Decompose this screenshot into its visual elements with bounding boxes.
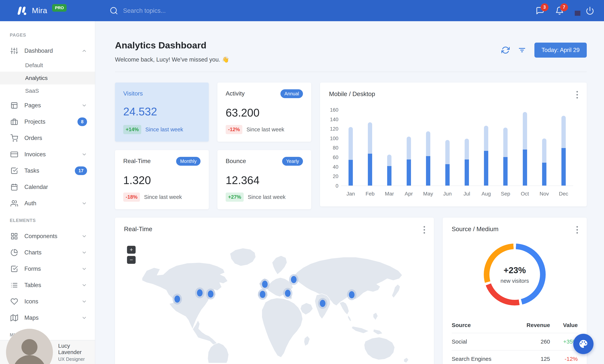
y-axis-tick: 160 bbox=[330, 107, 338, 113]
sidebar-item-tasks[interactable]: Tasks17 bbox=[0, 163, 95, 179]
filter-icon bbox=[518, 46, 526, 54]
sidebar-item-charts[interactable]: Charts bbox=[0, 244, 95, 261]
sidebar-item-label: Tasks bbox=[24, 167, 75, 174]
stat-title: Visitors bbox=[123, 90, 143, 97]
bar-segment-mobile bbox=[503, 157, 508, 186]
x-axis-label: Jan bbox=[341, 191, 360, 197]
cell-revenue: 260 bbox=[510, 333, 550, 350]
bar-segment-mobile bbox=[368, 154, 372, 186]
page-header: Analytics Dashboard Welcome back, Lucy! … bbox=[115, 40, 587, 63]
sidebar-item-tables[interactable]: Tables bbox=[0, 277, 95, 293]
sidebar-item-label: Maps bbox=[24, 314, 81, 321]
sidebar-item-auth[interactable]: Auth bbox=[0, 195, 95, 212]
sidebar-item-pages[interactable]: Pages bbox=[0, 97, 95, 113]
donut-chart: +23% new visitors bbox=[484, 244, 546, 305]
map-marker-5[interactable] bbox=[260, 291, 265, 298]
sidebar-subitem-saas[interactable]: SaaS bbox=[0, 84, 95, 97]
card-menu-button[interactable] bbox=[576, 91, 579, 99]
sidebar-item-label: Calendar bbox=[24, 184, 87, 190]
sidebar-user[interactable]: Lucy Lavender UX Designer bbox=[0, 340, 95, 364]
map-marker-9[interactable] bbox=[349, 291, 354, 298]
column-header-revenue: Revenue bbox=[510, 317, 550, 333]
sidebar-item-label: Auth bbox=[24, 200, 81, 207]
map-zoom-in-button[interactable]: + bbox=[127, 246, 136, 254]
sidebar-item-icons[interactable]: Icons bbox=[0, 293, 95, 310]
theme-settings-fab[interactable] bbox=[573, 334, 593, 354]
bar-dec bbox=[554, 110, 573, 186]
sidebar-item-maps[interactable]: Maps bbox=[0, 310, 95, 326]
sidebar-item-invoices[interactable]: Invoices bbox=[0, 146, 95, 163]
bar-nov bbox=[535, 110, 554, 186]
filter-button[interactable] bbox=[518, 46, 526, 54]
table-row-social: Social 260 +35% bbox=[452, 333, 578, 350]
donut-caption: new visitors bbox=[501, 278, 529, 284]
map-icon bbox=[11, 314, 18, 322]
bar-sep bbox=[496, 110, 515, 186]
sidebar-item-components[interactable]: Components bbox=[0, 228, 95, 244]
y-axis-tick: 60 bbox=[333, 155, 338, 160]
card-menu-button[interactable] bbox=[423, 226, 426, 234]
notifications-button[interactable]: 7 bbox=[555, 6, 564, 15]
bar-apr bbox=[399, 110, 418, 186]
briefcase-icon bbox=[11, 118, 18, 126]
date-range-button[interactable]: Today: April 29 bbox=[534, 43, 587, 58]
x-axis-label: Mar bbox=[380, 191, 399, 197]
chevron-down-icon bbox=[81, 201, 87, 206]
bar-segment-mobile bbox=[542, 163, 546, 186]
bar-jun bbox=[438, 110, 457, 186]
sidebar-subitem-default[interactable]: Default bbox=[0, 59, 95, 72]
sidebar-item-calendar[interactable]: Calendar bbox=[0, 179, 95, 195]
bar-aug bbox=[477, 110, 496, 186]
cell-source: Social bbox=[452, 333, 510, 350]
sidebar-item-dashboard[interactable]: Dashboard bbox=[0, 43, 95, 59]
bar-segment-desktop bbox=[368, 122, 372, 154]
column-header-source: Source bbox=[452, 317, 510, 333]
map-marker-3[interactable] bbox=[208, 290, 214, 298]
bar-segment-mobile bbox=[484, 151, 488, 186]
map-zoom-out-button[interactable]: − bbox=[127, 256, 136, 264]
heart-icon bbox=[11, 298, 18, 305]
x-axis-label: Nov bbox=[535, 191, 554, 197]
sidebar-item-label: Dashboard bbox=[24, 48, 81, 54]
bar-segment-desktop bbox=[445, 140, 450, 164]
pro-badge: PRO bbox=[52, 4, 67, 12]
cell-source: Search Engines bbox=[452, 350, 510, 364]
sidebar-item-label: Forms bbox=[24, 265, 81, 272]
bar-segment-mobile bbox=[387, 166, 391, 186]
layout-icon bbox=[11, 102, 18, 109]
refresh-button[interactable] bbox=[501, 46, 510, 54]
realtime-map-card: Real-Time bbox=[115, 218, 434, 364]
card-menu-button[interactable] bbox=[576, 226, 579, 234]
logout-button[interactable] bbox=[586, 6, 594, 15]
x-axis-label: Jun bbox=[438, 191, 457, 197]
sidebar-item-forms[interactable]: Forms bbox=[0, 261, 95, 277]
sidebar-subitem-analytics[interactable]: Analytics bbox=[0, 72, 95, 84]
messages-button[interactable]: 3 bbox=[536, 6, 544, 15]
stat-caption: Since last week bbox=[144, 194, 182, 200]
search-box[interactable] bbox=[110, 6, 228, 15]
chevron-down-icon bbox=[81, 103, 87, 108]
sidebar-item-label: Projects bbox=[24, 118, 77, 125]
sidebar-item-projects[interactable]: Projects8 bbox=[0, 113, 95, 130]
map-marker-4[interactable] bbox=[262, 281, 268, 288]
stat-caption: Since last week bbox=[145, 126, 183, 133]
refresh-icon bbox=[501, 46, 510, 54]
stat-delta-chip: +14% bbox=[123, 125, 141, 134]
x-axis-label: Jul bbox=[457, 191, 477, 197]
y-axis-tick: 20 bbox=[333, 174, 338, 179]
bar-segment-mobile bbox=[561, 148, 566, 186]
map-marker-8[interactable] bbox=[320, 300, 326, 307]
x-axis-label: Sep bbox=[496, 191, 515, 197]
stat-card-activity: Activity Annual 63.200 -12% Since last w… bbox=[217, 83, 311, 142]
power-icon bbox=[586, 6, 594, 15]
map-marker-1[interactable] bbox=[175, 296, 180, 303]
map-marker-2[interactable] bbox=[197, 289, 202, 296]
bar-plot bbox=[341, 110, 573, 186]
search-input[interactable] bbox=[123, 7, 228, 14]
map-marker-6[interactable] bbox=[285, 290, 290, 297]
map-marker-7[interactable] bbox=[291, 276, 297, 283]
sidebar-item-orders[interactable]: Orders bbox=[0, 130, 95, 146]
bar-jan bbox=[341, 110, 360, 186]
brand[interactable]: Mira PRO bbox=[0, 5, 95, 16]
bar-chart-y-axis: 020406080100120140160 bbox=[329, 110, 341, 186]
